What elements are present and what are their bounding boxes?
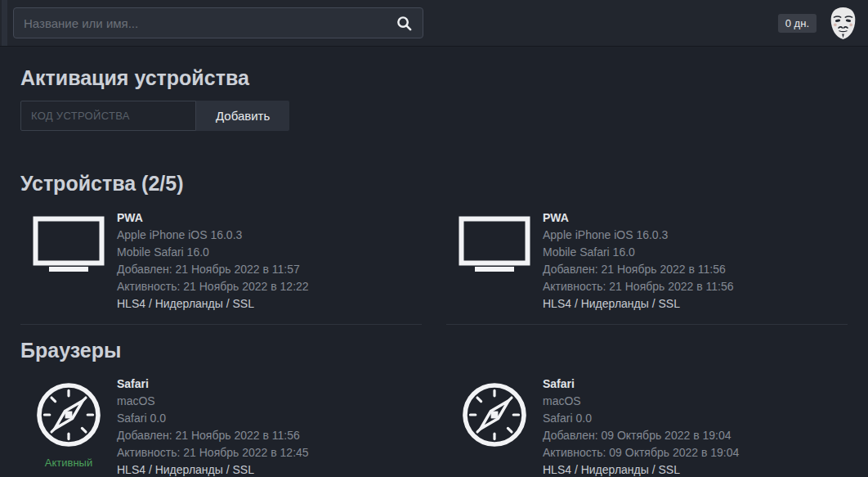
device-stream-info: HLS4 / Нидерланды / SSL	[117, 295, 422, 313]
add-device-button[interactable]: Добавить	[196, 101, 289, 131]
browser-card: Активный Safari macOS Safari 0.0 Добавле…	[20, 375, 422, 477]
search-icon[interactable]	[396, 16, 412, 31]
browser-os: macOS	[543, 393, 848, 410]
device-added: Добавлен: 21 Ноябрь 2022 в 11:56	[543, 261, 848, 278]
device-icon-column	[446, 209, 543, 313]
header-right: 0 дн.	[778, 7, 858, 40]
days-left-badge: 0 дн.	[778, 14, 817, 33]
browser-name: Safari	[543, 376, 848, 393]
avatar-anonymous-mask-icon[interactable]	[828, 7, 858, 40]
browser-name: Safari	[117, 376, 422, 393]
tv-icon	[33, 216, 105, 275]
activation-title: Активация устройства	[20, 47, 848, 90]
devices-grid: PWA Apple iPhone iOS 16.0.3 Mobile Safar…	[20, 209, 848, 325]
device-activity: Активность: 21 Ноябрь 2022 в 11:56	[543, 278, 848, 295]
device-icon-column	[20, 209, 117, 313]
browser-activity: Активность: 21 Ноябрь 2022 в 12:45	[117, 444, 422, 461]
devices-title: Устройства (2/5)	[20, 131, 848, 196]
browser-card: Safari macOS Safari 0.0 Добавлен: 09 Окт…	[446, 375, 848, 477]
device-code-input[interactable]	[20, 101, 196, 131]
browser-info: Safari macOS Safari 0.0 Добавлен: 21 Ноя…	[117, 375, 422, 477]
browser-os: macOS	[117, 393, 422, 410]
browser-version: Safari 0.0	[543, 410, 848, 427]
device-added: Добавлен: 21 Ноябрь 2022 в 11:57	[117, 261, 422, 278]
device-name: PWA	[117, 209, 422, 227]
browser-info: Safari macOS Safari 0.0 Добавлен: 09 Окт…	[543, 375, 848, 477]
search-input[interactable]	[14, 8, 396, 38]
browsers-grid: Активный Safari macOS Safari 0.0 Добавле…	[20, 375, 848, 477]
device-info: PWA Apple iPhone iOS 16.0.3 Mobile Safar…	[543, 209, 848, 313]
browser-version: Safari 0.0	[117, 410, 422, 427]
tv-icon	[459, 216, 530, 275]
browser-icon-column	[446, 375, 543, 477]
safari-compass-icon	[462, 382, 527, 451]
top-bar: 0 дн.	[0, 0, 868, 47]
device-stream-info: HLS4 / Нидерланды / SSL	[543, 295, 848, 313]
device-browser: Mobile Safari 16.0	[117, 244, 422, 261]
device-browser: Mobile Safari 16.0	[543, 244, 848, 261]
browser-stream-info: HLS4 / Нидерланды / SSL	[117, 461, 422, 477]
device-info: PWA Apple iPhone iOS 16.0.3 Mobile Safar…	[117, 209, 422, 313]
browser-activity: Активность: 09 Октябрь 2022 в 19:04	[543, 444, 848, 461]
device-name: PWA	[543, 209, 848, 227]
safari-compass-icon	[36, 382, 101, 451]
header-left-strip	[2, 0, 7, 46]
device-card: PWA Apple iPhone iOS 16.0.3 Mobile Safar…	[446, 209, 848, 325]
browser-stream-info: HLS4 / Нидерланды / SSL	[543, 461, 848, 477]
browser-added: Добавлен: 21 Ноябрь 2022 в 11:56	[117, 427, 422, 444]
browser-status-active: Активный	[45, 457, 92, 469]
device-card: PWA Apple iPhone iOS 16.0.3 Mobile Safar…	[20, 209, 422, 325]
main-content: Активация устройства Добавить Устройства…	[0, 47, 868, 477]
device-code-group: Добавить	[20, 101, 848, 131]
device-os: Apple iPhone iOS 16.0.3	[543, 227, 848, 244]
browser-icon-column: Активный	[20, 375, 117, 477]
device-os: Apple iPhone iOS 16.0.3	[117, 227, 422, 244]
device-activity: Активность: 21 Ноябрь 2022 в 12:22	[117, 278, 422, 295]
browsers-title: Браузеры	[20, 325, 848, 362]
search-bar[interactable]	[13, 7, 423, 38]
browser-added: Добавлен: 09 Октябрь 2022 в 19:04	[543, 427, 848, 444]
